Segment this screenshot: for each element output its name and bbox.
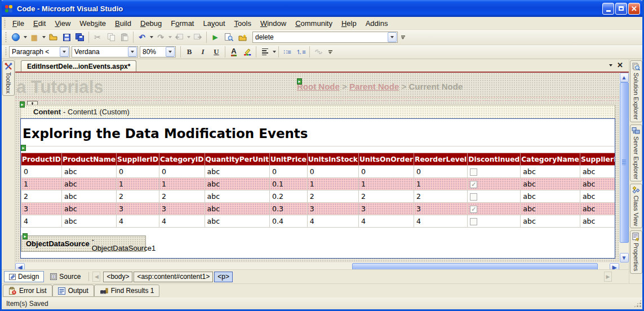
- tab-design[interactable]: Design: [4, 271, 44, 282]
- align-left-button[interactable]: [258, 46, 272, 58]
- grid-cell: abc: [62, 190, 117, 203]
- minimize-button[interactable]: [602, 3, 614, 15]
- view-in-browser-icon[interactable]: [222, 31, 236, 43]
- copy-icon[interactable]: [104, 31, 118, 43]
- font-name-arrow[interactable]: [128, 47, 137, 57]
- font-color-button[interactable]: A: [227, 46, 241, 58]
- side-tab-properties[interactable]: Properties: [630, 230, 642, 273]
- content-control[interactable]: ▸ Content - Content1 (Custom) Exploring …: [20, 105, 615, 259]
- menu-help[interactable]: Help: [337, 18, 361, 29]
- menu-addins[interactable]: Addins: [361, 18, 393, 29]
- smart-tag-glyph[interactable]: ▸: [21, 145, 26, 151]
- document-tab[interactable]: EditInsertDele...ionEvents.aspx*: [21, 60, 136, 72]
- navigate-back-icon[interactable]: [172, 31, 186, 43]
- block-format-combobox[interactable]: Paragraph <: [9, 46, 70, 57]
- toolbar-options-icon[interactable]: [399, 35, 406, 39]
- vertical-scrollbar[interactable]: ▲ ▼: [619, 73, 629, 263]
- close-button[interactable]: ✕: [628, 3, 640, 15]
- smart-tag-glyph[interactable]: ▸: [297, 78, 302, 85]
- content-control-body[interactable]: Exploring the Data Modification Events ▸…: [20, 118, 615, 259]
- toolbar-grip[interactable]: [3, 19, 6, 27]
- menu-view[interactable]: View: [50, 18, 75, 29]
- menu-debug[interactable]: Debug: [136, 18, 166, 29]
- menu-file[interactable]: File: [8, 18, 29, 29]
- maximize-button[interactable]: [615, 3, 627, 15]
- menu-tools[interactable]: Tools: [230, 18, 256, 29]
- undo-icon[interactable]: ↶: [135, 31, 149, 43]
- add-item-dropdown[interactable]: [41, 31, 46, 43]
- content-control-header[interactable]: Content - Content1 (Custom): [20, 105, 615, 118]
- resize-grip[interactable]: [634, 300, 642, 308]
- tag-nav-forward-icon[interactable]: ▶: [604, 272, 612, 282]
- add-item-icon[interactable]: ▦: [28, 31, 41, 43]
- navigate-back-dropdown[interactable]: [186, 31, 191, 43]
- redo-dropdown[interactable]: [167, 31, 172, 43]
- bold-button[interactable]: B: [183, 46, 196, 58]
- toolbar-options-icon[interactable]: [327, 50, 334, 54]
- side-tab-server-explorer[interactable]: Server Explorer: [630, 125, 642, 181]
- font-size-value: 80%: [143, 48, 165, 56]
- side-tab-solution-explorer[interactable]: Solution Explorer: [630, 60, 642, 122]
- grid-cell: 1: [117, 178, 159, 190]
- smart-tag-glyph[interactable]: ▸: [20, 101, 25, 108]
- vertical-scroll-thumb[interactable]: [620, 82, 629, 243]
- tab-source[interactable]: Source: [46, 271, 85, 282]
- menu-website[interactable]: Website: [75, 18, 110, 29]
- redo-icon[interactable]: ↷: [154, 31, 167, 43]
- smart-tag-glyph[interactable]: ▸: [23, 233, 28, 239]
- panel-tab-output[interactable]: Output: [52, 285, 94, 297]
- toolbar-grip[interactable]: [5, 32, 7, 42]
- side-tab-class-view[interactable]: Class View: [630, 184, 642, 228]
- navigate-forward-icon[interactable]: [191, 31, 205, 43]
- tab-list-dropdown-icon[interactable]: [609, 64, 612, 66]
- close-document-icon[interactable]: ✕: [617, 61, 623, 69]
- scroll-up-icon[interactable]: ▲: [620, 73, 629, 82]
- grid-column-unitsinstock: UnitsInStock: [307, 153, 358, 166]
- menu-layout[interactable]: Layout: [198, 18, 229, 29]
- save-all-icon[interactable]: [73, 31, 87, 43]
- underline-button[interactable]: U: [210, 46, 223, 58]
- panel-tab-find-results-1[interactable]: Find Results 1: [94, 285, 160, 297]
- panel-tab-error-list[interactable]: Error List: [3, 285, 52, 297]
- tag-button[interactable]: <p>: [214, 272, 233, 282]
- toolbox-tab[interactable]: Toolbox: [2, 60, 15, 96]
- design-surface[interactable]: a Tutorials ▸ Root Node > Parent Node > …: [15, 73, 619, 263]
- toolbar-grip[interactable]: [5, 47, 7, 57]
- numbered-list-button[interactable]: ⒈≡: [294, 46, 308, 58]
- side-tab-label: Class View: [633, 196, 639, 226]
- menu-edit[interactable]: Edit: [29, 18, 50, 29]
- breadcrumb-root-link[interactable]: Root Node: [297, 82, 340, 91]
- new-website-dropdown[interactable]: [23, 31, 28, 43]
- find-combobox-arrow[interactable]: [388, 32, 397, 42]
- find-combobox[interactable]: delete: [252, 32, 398, 43]
- menu-community[interactable]: Community: [291, 18, 337, 29]
- new-website-icon[interactable]: [9, 31, 23, 43]
- highlight-button[interactable]: [241, 46, 254, 58]
- menu-window[interactable]: Window: [256, 18, 291, 29]
- block-format-arrow[interactable]: [60, 47, 69, 57]
- tag-nav-back-icon[interactable]: ◀: [92, 272, 100, 282]
- menu-format[interactable]: Format: [166, 18, 198, 29]
- tag-button[interactable]: <asp:content#content1>: [134, 272, 213, 282]
- grid-cell: 0: [159, 166, 205, 178]
- objectdatasource-control[interactable]: ▸ ObjectDataSource - ObjectDataSource1: [21, 236, 146, 252]
- font-size-arrow[interactable]: [166, 47, 175, 57]
- undo-dropdown[interactable]: [149, 31, 154, 43]
- save-icon[interactable]: [60, 31, 73, 43]
- open-file-icon[interactable]: [46, 31, 60, 43]
- breadcrumb-parent-link[interactable]: Parent Node: [349, 82, 399, 91]
- italic-button[interactable]: I: [196, 46, 210, 58]
- scroll-down-icon[interactable]: ▼: [620, 253, 629, 263]
- other-windows-icon[interactable]: [236, 31, 249, 43]
- align-dropdown[interactable]: [272, 46, 277, 58]
- paste-icon[interactable]: [118, 31, 131, 43]
- start-debug-icon[interactable]: ▶: [208, 31, 222, 43]
- cut-icon[interactable]: ✂: [91, 31, 104, 43]
- font-name-combobox[interactable]: Verdana: [72, 46, 138, 57]
- bullet-list-button[interactable]: ∷≡: [281, 46, 294, 58]
- menu-build[interactable]: Build: [110, 18, 136, 29]
- font-size-combobox[interactable]: 80%: [140, 46, 176, 57]
- tab-source-label: Source: [59, 273, 81, 281]
- hyperlink-icon[interactable]: [312, 46, 325, 58]
- tag-button[interactable]: <body>: [103, 272, 132, 282]
